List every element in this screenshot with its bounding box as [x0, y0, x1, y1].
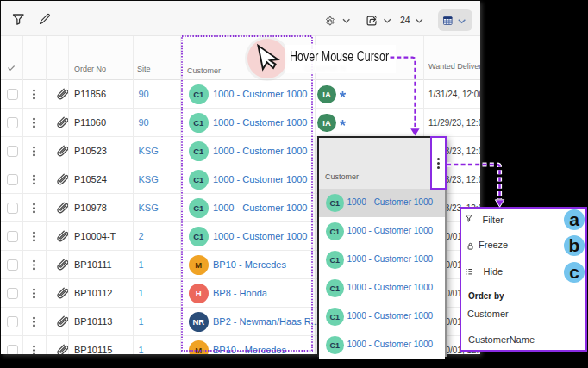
svg-text:24: 24 [400, 15, 410, 25]
